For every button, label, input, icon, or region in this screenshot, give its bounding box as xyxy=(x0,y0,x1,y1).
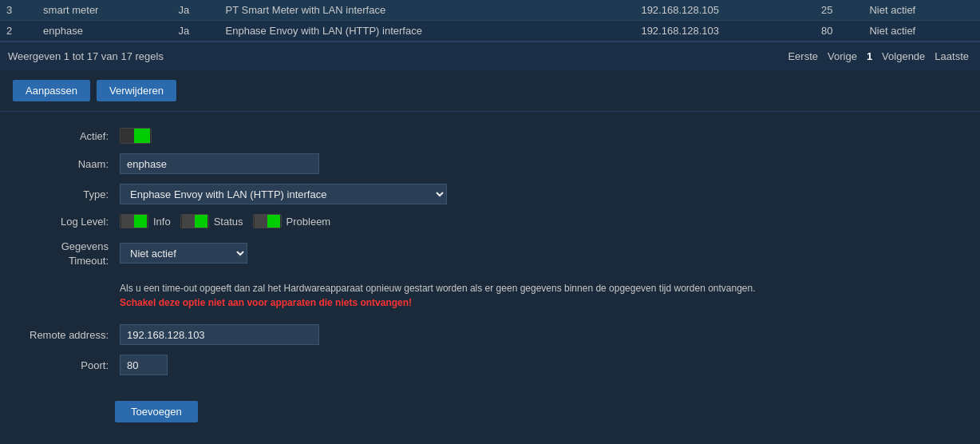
log-probleem-toggle[interactable] xyxy=(253,214,282,228)
log-probleem-item: Probleem xyxy=(253,214,331,228)
log-status-item: Status xyxy=(180,214,243,228)
pagination-first[interactable]: Eerste xyxy=(784,49,821,64)
pagination-info: Weergeven 1 tot 17 van 17 regels xyxy=(8,50,164,62)
pagination-prev[interactable]: Vorige xyxy=(824,49,860,64)
type-label: Type: xyxy=(16,188,120,200)
row-port: 80 xyxy=(815,21,863,42)
row-id: 3 xyxy=(0,0,37,21)
log-status-label: Status xyxy=(214,216,243,228)
timeout-row: Gegevens Timeout: Niet actief xyxy=(0,238,980,268)
remote-address-row: Remote address: xyxy=(0,324,980,345)
log-info-label: Info xyxy=(153,216,171,228)
toevoegen-button[interactable]: Toevoegen xyxy=(115,401,198,422)
timeout-warning-text: Schakel deze optie niet aan voor apparat… xyxy=(120,297,412,308)
timeout-select[interactable]: Niet actief xyxy=(120,243,247,264)
row-description: PT Smart Meter with LAN interface xyxy=(219,0,635,21)
row-description: Enphase Envoy with LAN (HTTP) interface xyxy=(219,21,635,42)
table-section: 3 smart meter Ja PT Smart Meter with LAN… xyxy=(0,0,980,70)
row-ip: 192.168.128.103 xyxy=(634,21,815,42)
loglevel-row: Log Level: Info Status xyxy=(0,214,980,228)
type-select[interactable]: Enphase Envoy with LAN (HTTP) interface xyxy=(120,184,447,204)
log-info-toggle[interactable] xyxy=(120,214,148,228)
toevoegen-container: Toevoegen xyxy=(0,385,980,422)
row-ip: 192.168.128.105 xyxy=(634,0,815,21)
naam-label: Naam: xyxy=(16,158,120,170)
remote-address-input[interactable] xyxy=(120,324,319,345)
naam-row: Naam: xyxy=(0,153,980,174)
form-section: Actief: Naam: Type: Enphase Envoy with L… xyxy=(0,112,980,438)
poort-input[interactable] xyxy=(120,355,168,375)
row-active: Ja xyxy=(172,21,219,42)
row-status: Niet actief xyxy=(863,21,980,42)
actief-toggle[interactable] xyxy=(120,128,152,144)
aanpassen-button[interactable]: Aanpassen xyxy=(13,80,90,101)
poort-label: Poort: xyxy=(16,359,120,371)
log-status-toggle[interactable] xyxy=(180,214,209,228)
actief-label: Actief: xyxy=(16,130,120,142)
toolbar: Aanpassen Verwijderen xyxy=(0,70,980,112)
pagination-current[interactable]: 1 xyxy=(863,49,875,64)
row-status: Niet actief xyxy=(863,0,980,21)
mini-toggle-left xyxy=(182,215,195,228)
log-level-group: Info Status Probleem xyxy=(120,214,330,228)
timeout-note-text: Als u een time-out opgeeft dan zal het H… xyxy=(120,283,756,294)
mini-toggle-right xyxy=(134,215,147,228)
remote-address-label: Remote address: xyxy=(16,329,120,341)
type-row: Type: Enphase Envoy with LAN (HTTP) inte… xyxy=(0,184,980,204)
pagination-last[interactable]: Laatste xyxy=(931,49,972,64)
mini-toggle-left xyxy=(255,215,267,228)
toggle-on-part xyxy=(134,129,150,143)
naam-input[interactable] xyxy=(120,153,319,174)
row-active: Ja xyxy=(172,0,219,21)
pagination-bar: Weergeven 1 tot 17 van 17 regels Eerste … xyxy=(0,42,980,70)
row-port: 25 xyxy=(815,0,863,21)
log-probleem-label: Probleem xyxy=(286,216,331,228)
row-name: enphase xyxy=(37,21,172,42)
mini-toggle-left xyxy=(121,215,134,228)
table-row[interactable]: 2 enphase Ja Enphase Envoy with LAN (HTT… xyxy=(0,21,980,42)
poort-row: Poort: xyxy=(0,355,980,375)
pagination-next[interactable]: Volgende xyxy=(879,49,928,64)
table-row[interactable]: 3 smart meter Ja PT Smart Meter with LAN… xyxy=(0,0,980,21)
timeout-note-section: Als u een time-out opgeeft dan zal het H… xyxy=(104,278,980,313)
device-table: 3 smart meter Ja PT Smart Meter with LAN… xyxy=(0,0,980,42)
loglevel-label: Log Level: xyxy=(16,216,120,228)
mini-toggle-right xyxy=(195,215,207,228)
row-name: smart meter xyxy=(37,0,172,21)
timeout-label: Gegevens Timeout: xyxy=(16,238,120,268)
mini-toggle-right xyxy=(267,215,280,228)
verwijderen-button[interactable]: Verwijderen xyxy=(97,80,176,101)
pagination-controls: Eerste Vorige 1 Volgende Laatste xyxy=(784,49,972,64)
actief-row: Actief: xyxy=(0,128,980,144)
row-id: 2 xyxy=(0,21,37,42)
log-info-item: Info xyxy=(120,214,171,228)
